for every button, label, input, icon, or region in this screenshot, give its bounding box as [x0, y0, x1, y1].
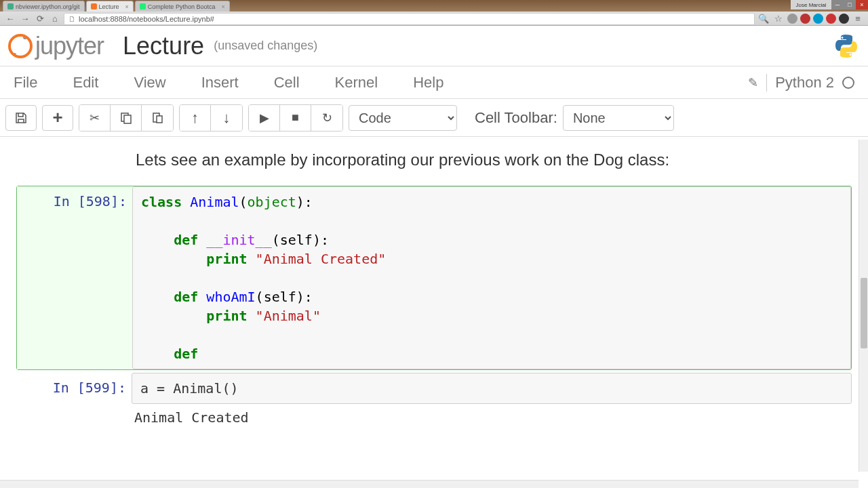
toolbar: + ✂ ↑ ↓ ▶ ■ ↻ Code Cell Toolbar: None [0, 99, 868, 137]
menu-kernel[interactable]: Kernel [335, 74, 378, 92]
cell-toolbar-label: Cell Toolbar: [475, 109, 557, 127]
notebook-title[interactable]: Lecture [123, 32, 204, 60]
menu-file[interactable]: File [14, 74, 37, 92]
browser-chrome: nbviewer.ipython.org/git Lecture × Compl… [0, 0, 868, 26]
move-up-button[interactable]: ↑ [180, 105, 211, 131]
menu-insert[interactable]: Insert [201, 74, 239, 92]
markdown-cell[interactable]: Lets see an example by incorporating our… [0, 150, 868, 183]
scrollbar-thumb[interactable] [861, 278, 867, 348]
kernel-indicator-icon [842, 77, 854, 89]
home-button[interactable]: ⌂ [49, 13, 61, 25]
browser-tab-1[interactable]: Lecture × [86, 1, 134, 12]
tab-label: Complete Python Bootca [148, 3, 216, 10]
user-label: Jose Marcial [791, 0, 831, 9]
code-cell-1[interactable]: In [599]: a = Animal() [16, 373, 852, 404]
page-icon: 🗋 [68, 15, 76, 23]
menu-icon[interactable]: ≡ [852, 13, 864, 25]
window-controls: Jose Marcial ─ □ × [791, 0, 868, 11]
svg-rect-1 [124, 115, 131, 123]
back-button[interactable]: ← [4, 13, 16, 25]
jupyter-logo[interactable]: jupyter [8, 32, 104, 60]
cut-button[interactable]: ✂ [79, 105, 111, 131]
run-button[interactable]: ▶ [249, 105, 280, 131]
copy-button[interactable] [111, 105, 142, 131]
favicon-icon [140, 3, 146, 9]
browser-nav: ← → ⟳ ⌂ 🗋 localhost:8888/notebooks/Lectu… [0, 12, 868, 26]
stop-button[interactable]: ■ [280, 105, 311, 131]
ext-icon-4[interactable] [826, 14, 836, 24]
svg-rect-3 [157, 116, 162, 123]
browser-tab-0[interactable]: nbviewer.ipython.org/git [3, 1, 85, 12]
favicon-icon [7, 3, 14, 9]
reload-button[interactable]: ⟳ [34, 13, 46, 25]
jupyter-header: jupyter Lecture (unsaved changes) [0, 26, 868, 66]
ext-icon-3[interactable] [813, 14, 823, 24]
pencil-icon[interactable]: ✎ [748, 75, 758, 90]
star-icon[interactable]: ☆ [772, 13, 785, 25]
add-cell-button[interactable]: + [42, 105, 73, 131]
code-cell-0[interactable]: In [598]: class Animal(object): def __in… [16, 186, 852, 370]
menu-cell[interactable]: Cell [274, 74, 300, 92]
menu-edit[interactable]: Edit [73, 74, 98, 92]
cell-type-select[interactable]: Code [349, 105, 457, 131]
browser-tabs: nbviewer.ipython.org/git Lecture × Compl… [0, 0, 868, 12]
kernel-name[interactable]: Python 2 [766, 74, 834, 92]
maximize-button[interactable]: □ [844, 0, 856, 9]
scrollbar-vertical[interactable] [859, 140, 868, 472]
ext-icon-5[interactable] [839, 14, 849, 24]
tab-label: nbviewer.ipython.org/git [16, 3, 80, 10]
code-input[interactable]: class Animal(object): def __init__(self)… [132, 186, 851, 369]
close-icon[interactable]: × [221, 3, 224, 10]
restart-button[interactable]: ↻ [311, 105, 342, 131]
python-logo-icon [833, 33, 860, 60]
forward-button[interactable]: → [19, 13, 31, 25]
zoom-icon[interactable]: 🔍 [757, 13, 770, 25]
cell-output: Animal Created [134, 409, 852, 426]
logo-text: jupyter [35, 32, 104, 60]
notebook-area[interactable]: Lets see an example by incorporating our… [0, 137, 868, 488]
cell-toolbar-select[interactable]: None [563, 105, 674, 131]
menubar: File Edit View Insert Cell Kernel Help ✎… [0, 66, 868, 99]
jupyter-logo-icon [8, 34, 33, 58]
run-group: ▶ ■ ↻ [248, 104, 343, 131]
save-status: (unsaved changes) [214, 39, 317, 53]
move-down-button[interactable]: ↓ [211, 105, 242, 131]
input-prompt: In [598]: [17, 193, 127, 209]
input-prompt: In [599]: [16, 380, 126, 396]
ext-icon-1[interactable] [787, 14, 797, 24]
close-button[interactable]: × [856, 0, 868, 9]
minimize-button[interactable]: ─ [831, 0, 844, 9]
browser-tab-2[interactable]: Complete Python Bootca × [135, 1, 230, 12]
code-input[interactable]: a = Animal() [132, 373, 852, 404]
ext-icon-2[interactable] [800, 14, 810, 24]
menu-help[interactable]: Help [413, 74, 443, 92]
scrollbar-horizontal[interactable] [0, 480, 859, 488]
save-button[interactable] [5, 105, 37, 131]
tab-label: Lecture [99, 3, 119, 10]
close-icon[interactable]: × [125, 3, 129, 10]
move-group: ↑ ↓ [179, 104, 243, 131]
paste-button[interactable] [142, 105, 173, 131]
favicon-icon [91, 3, 97, 9]
url-text: localhost:8888/notebooks/Lecture.ipynb# [79, 15, 214, 23]
menu-view[interactable]: View [134, 74, 165, 92]
edit-group: ✂ [79, 104, 174, 131]
url-bar[interactable]: 🗋 localhost:8888/notebooks/Lecture.ipynb… [64, 13, 755, 25]
